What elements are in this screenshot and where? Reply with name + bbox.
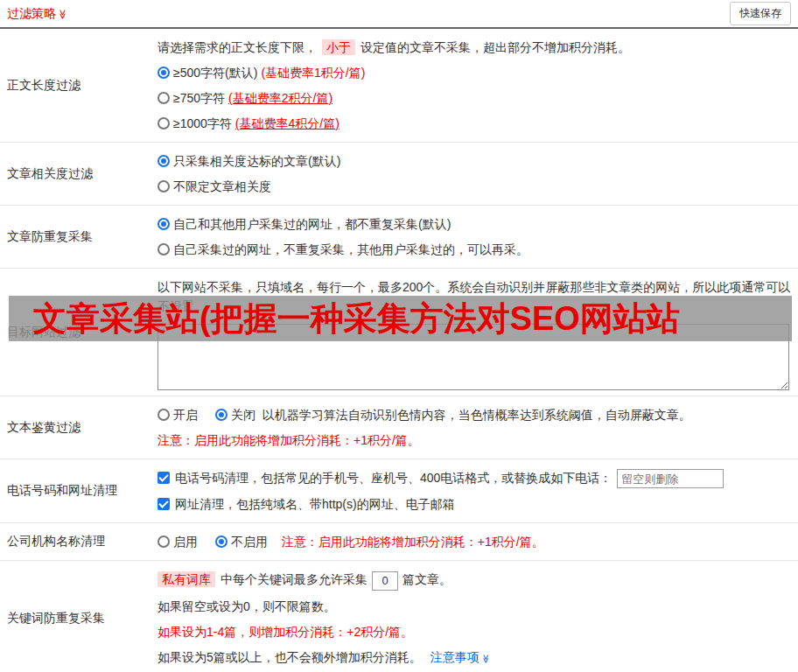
rate-note: (基础费率4积分/篇) [235,116,340,130]
rate-note: (基础费率2积分/篇) [228,91,332,105]
row-relevance-filter: 文章相关度过滤 只采集相关度达标的文章(默认) 不限定文章相关度 [0,143,798,206]
row-label-relevance-filter: 文章相关度过滤 [0,143,158,205]
row-keyword-dedup: 关键词防重复采集 私有词库中每个关键词最多允许采集篇文章。 如果留空或设为0，则… [0,561,798,672]
keyword-limit-text: 中每个关键词最多允许采集 [220,572,368,586]
radio-icon[interactable] [215,409,228,421]
radio-label: 启用 [173,535,198,549]
checkbox-icon[interactable] [158,498,170,510]
keyword-limit-unit: 篇文章。 [402,572,452,586]
keyword-note-unlimited: 如果留空或设为0，则不限篇数。 [158,597,791,616]
chevron-down-icon: ≫ [476,654,495,662]
radio-option-750[interactable]: ≥750字符(基础费率2积分/篇) [158,88,791,108]
checkbox-option-url-clean[interactable]: 网址清理，包括纯域名、带http(s)的网址、电子邮箱 [158,494,791,514]
radio-option-relevance-strict[interactable]: 只采集相关度达标的文章(默认) [158,151,791,171]
checkbox-icon[interactable] [158,472,170,484]
radio-label: 只采集相关度达标的文章(默认) [173,154,340,168]
radio-label: 开启 [173,408,198,422]
radio-option-500[interactable]: ≥500字符(默认)(基础费率1积分/篇) [158,63,791,82]
company-clean-cost-note: 注意：启用此功能将增加积分消耗：+1积分/篇。 [282,535,544,549]
radio-label: ≥750字符 [173,91,225,105]
row-label-length-filter: 正文长度过滤 [0,29,158,142]
radio-icon[interactable] [158,155,170,167]
radio-option-porn-on[interactable]: 开启 [158,408,198,422]
radio-option-relevance-any[interactable]: 不限定文章相关度 [158,177,791,196]
quick-save-button[interactable]: 快速保存 [730,2,791,25]
highlight-lessthan: 小于 [322,39,355,55]
radio-label: 不限定文章相关度 [173,179,271,193]
row-label-phone-url-clean: 电话号码和网址清理 [0,459,158,522]
watermark-text: 文章采集站(把握一种采集方法对SEO网站站 [9,297,680,341]
radio-icon[interactable] [158,66,170,79]
radio-option-1000[interactable]: ≥1000字符(基础费率4积分/篇) [158,114,791,133]
radio-label: 关闭 [231,408,256,422]
notice-link[interactable]: 注意事项≫ [430,650,490,664]
keyword-note-free: 如果设为5篇或以上，也不会额外增加积分消耗。 [158,650,422,664]
rate-note: (基础费率1积分/篇) [261,66,365,80]
row-label-porn-filter: 文本鉴黄过滤 [0,396,158,458]
row-company-clean: 公司机构名称清理 启用 不启用 注意：启用此功能将增加积分消耗：+1积分/篇。 [0,523,798,561]
row-porn-filter: 文本鉴黄过滤 开启 关闭 以机器学习算法自动识别色情内容，当色情概率达到系统阈值… [0,396,798,459]
checkbox-label: 网址清理，包括纯域名、带http(s)的网址、电子邮箱 [175,497,455,511]
porn-filter-cost-note: 注意：启用此功能将增加积分消耗：+1积分/篇。 [158,430,791,450]
radio-option-dedup-all[interactable]: 自己和其他用户采集过的网址，都不重复采集(默认) [158,214,791,234]
intro-text-pre: 请选择需求的正文长度下限， [158,40,317,54]
radio-icon[interactable] [158,117,170,130]
page-title[interactable]: 过滤策略≫ [7,6,68,22]
radio-label: 自己采集过的网址，不重复采集，其他用户采集过的，可以再采。 [173,242,528,256]
radio-option-porn-off[interactable]: 关闭 [215,408,256,422]
radio-icon[interactable] [158,218,170,230]
keyword-limit-input[interactable] [372,571,398,591]
notice-link-label: 注意事项 [430,650,480,664]
intro-text-post: 设定值的文章不采集，超出部分不增加积分消耗。 [360,40,630,54]
chevron-down-icon: ≫ [57,9,68,19]
checkbox-option-phone-clean[interactable]: 电话号码清理，包括常见的手机号、座机号、400电话格式，或替换成如下电话： [158,468,791,488]
row-length-filter: 正文长度过滤 请选择需求的正文长度下限，小于设定值的文章不采集，超出部分不增加积… [0,29,798,143]
radio-option-company-on[interactable]: 启用 [158,535,198,549]
keyword-note-cost: 如果设为1-4篇，则增加积分消耗：+2积分/篇。 [158,622,791,641]
radio-label: 不启用 [231,535,268,549]
radio-icon[interactable] [215,536,228,548]
checkbox-label: 电话号码清理，包括常见的手机号、座机号、400电话格式，或替换成如下电话： [175,471,612,485]
radio-label: 自己和其他用户采集过的网址，都不重复采集(默认) [173,217,451,231]
highlight-private-lexicon: 私有词库 [158,571,215,587]
radio-label: ≥1000字符 [173,116,232,130]
header: 过滤策略≫ 快速保存 [0,0,798,29]
row-dedup-filter: 文章防重复采集 自己和其他用户采集过的网址，都不重复采集(默认) 自己采集过的网… [0,206,798,269]
radio-option-company-off[interactable]: 不启用 [215,535,268,549]
replacement-phone-input[interactable] [617,469,724,488]
radio-option-dedup-self[interactable]: 自己采集过的网址，不重复采集，其他用户采集过的，可以再采。 [158,240,791,259]
radio-label: ≥500字符(默认) [173,66,257,80]
row-label-keyword-dedup: 关键词防重复采集 [0,561,158,672]
row-label-company-clean: 公司机构名称清理 [0,523,158,560]
page-title-text: 过滤策略 [7,6,56,20]
watermark-overlay: 文章采集站(把握一种采集方法对SEO网站站 [9,296,792,341]
length-filter-intro: 请选择需求的正文长度下限，小于设定值的文章不采集，超出部分不增加积分消耗。 [158,38,791,57]
radio-icon[interactable] [158,409,170,421]
radio-icon[interactable] [158,92,170,104]
radio-icon[interactable] [158,180,170,192]
radio-icon[interactable] [158,243,170,256]
row-phone-url-clean: 电话号码和网址清理 电话号码清理，包括常见的手机号、座机号、400电话格式，或替… [0,459,798,523]
radio-icon[interactable] [158,536,170,548]
porn-filter-description: 以机器学习算法自动识别色情内容，当色情概率达到系统阈值，自动屏蔽文章。 [262,408,691,422]
row-label-dedup-filter: 文章防重复采集 [0,206,158,268]
